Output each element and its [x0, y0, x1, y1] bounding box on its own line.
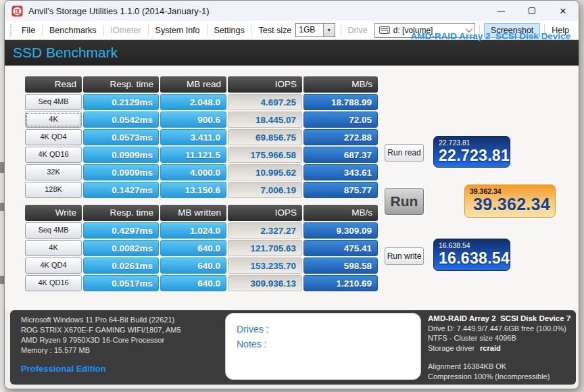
mbs-cell: 9.309.09 [303, 222, 378, 239]
mb-read-cell: 13.150.6 [160, 182, 226, 198]
spacer [428, 353, 571, 362]
write-row-label-button[interactable]: 4K QD16 [25, 275, 82, 291]
os-line: Microsoft Windows 11 Pro 64-Bit Build (2… [21, 315, 181, 325]
filesystem-line: NTFS - Cluster size 4096B [428, 333, 571, 343]
mbs-cell: 598.58 [303, 258, 378, 274]
app-window: Anvil's Storage Utilities 1.1.0 (2014-Ja… [4, 0, 579, 389]
drive-free-line: Drive D: 7.449.9/7.447.6GB free (100.0%) [428, 324, 571, 334]
resp-time-cell: 0.0909ms [83, 164, 159, 180]
total-score-value: 39.362.34 [470, 195, 550, 213]
notes-label: Notes : [237, 337, 410, 351]
menu-benchmarks[interactable]: Benchmarks [44, 24, 101, 37]
storage-driver-line: Storage driverrcraid [428, 343, 571, 353]
mb-read-cell: 2.048.0 [160, 94, 226, 110]
toolbar-grip-icon[interactable] [10, 24, 12, 36]
iops-cell: 18.445.07 [228, 112, 302, 128]
resp-time-cell: 0.2129ms [83, 94, 159, 110]
toolbar-separator [42, 24, 43, 36]
write-score-small: 16.638.54 [439, 241, 505, 249]
write-row-label-button[interactable]: Seq 4MB [25, 222, 82, 239]
run-write-button[interactable]: Run write [385, 247, 424, 265]
mbs-cell: 687.37 [303, 147, 378, 163]
iops-cell: 121.705.63 [228, 240, 302, 256]
read-row-label-button[interactable]: 32K [25, 164, 82, 180]
iops-cell: 10.995.62 [228, 164, 302, 180]
write-row-label-button[interactable]: 4K QD4 [25, 258, 82, 274]
iops-cell: 309.936.13 [228, 275, 302, 291]
benchmark-main: Read Resp. time MB read IOPS MB/s Seq 4M… [5, 66, 579, 310]
mb-read-cell: 900.6 [160, 112, 226, 128]
edition-label: Professional Edition [21, 364, 181, 374]
desktop-background: Anvil's Storage Utilities 1.1.0 (2014-Ja… [0, 0, 584, 392]
mbs-header: MB/s [303, 76, 378, 93]
mb-read-cell: 11.121.5 [160, 147, 226, 163]
test-size-label: Test size [253, 24, 296, 37]
iops-cell: 175.966.58 [228, 147, 302, 163]
iops-header: IOPS [228, 205, 302, 221]
run-read-button[interactable]: Run read [385, 144, 424, 162]
toolbar-separator [207, 24, 208, 36]
iops-cell: 4.697.25 [228, 94, 302, 110]
write-row-label-button[interactable]: 4K [25, 240, 82, 256]
toolbar-separator [251, 24, 252, 36]
drive-info: AMD-RAID Array 2 SCSI Disk Device 79 Dri… [428, 314, 571, 381]
menu-iometer: IOmeter [105, 24, 146, 37]
app-icon [11, 5, 23, 17]
write-score-value: 16.638.54 [439, 249, 505, 267]
resp-time-cell: 0.0909ms [83, 147, 159, 163]
mb-written-header: MB written [160, 205, 226, 221]
read-score-small: 22.723.81 [439, 139, 505, 147]
mbs-cell: 18.788.99 [303, 94, 378, 110]
iops-cell: 7.006.19 [228, 182, 302, 198]
drives-label: Drives : [237, 322, 410, 337]
resp-time-cell: 0.1427ms [83, 182, 159, 198]
compression-line: Compression 100% (Incompressible) [428, 372, 571, 382]
mbs-cell: 272.88 [303, 129, 378, 145]
mbs-cell: 475.41 [303, 240, 378, 256]
menu-settings[interactable]: Settings [208, 24, 249, 37]
mbs-cell: 343.61 [303, 164, 378, 180]
mb-written-cell: 640.0 [160, 258, 226, 274]
read-row-label-button[interactable]: 128K [25, 182, 82, 198]
storage-driver-value: rcraid [480, 344, 501, 352]
drive-device-title: AMD-RAID Array 2 SCSI Disk Device 79 [428, 314, 571, 324]
iops-cell: 69.856.75 [228, 129, 302, 145]
resp-time-cell: 0.0082ms [83, 240, 159, 256]
drive-label: Drive [343, 24, 372, 37]
mb-written-cell: 1.024.0 [160, 222, 226, 239]
read-row-label-button[interactable]: 4K QD4 [25, 129, 82, 145]
drive-icon [379, 26, 390, 34]
page-title: SSD Benchmark [13, 45, 410, 61]
footer-panel: Microsoft Windows 11 Pro 64-Bit Build (2… [10, 310, 576, 385]
storage-driver-label: Storage driver [428, 344, 474, 352]
motherboard-line: ROG STRIX X670E-F GAMING WIFI/1807, AM5 [21, 325, 181, 335]
mb-read-cell: 3.411.0 [160, 129, 226, 145]
chevron-down-icon[interactable]: ▼ [323, 24, 335, 36]
read-row-label-button[interactable]: Seq 4MB [25, 94, 82, 110]
notes-box[interactable]: Drives : Notes : [225, 313, 421, 380]
menu-file[interactable]: File [16, 24, 41, 37]
mb-written-cell: 640.0 [160, 275, 226, 291]
run-button[interactable]: Run [385, 188, 424, 215]
memory-line: Memory : 15.577 MB [21, 345, 181, 356]
resp-time-cell: 0.0517ms [83, 275, 159, 291]
read-row-label-button[interactable]: 4K [25, 112, 82, 128]
mb-written-cell: 640.0 [160, 240, 226, 256]
read-row-label-button[interactable]: 4K QD16 [25, 147, 82, 163]
mb-read-cell: 4.000.0 [160, 164, 226, 180]
resp-time-cell: 0.0261ms [83, 258, 159, 274]
mbs-cell: 1.210.69 [303, 275, 378, 291]
read-score-value: 22.723.81 [439, 147, 505, 164]
menu-system-info[interactable]: System Info [150, 24, 205, 37]
write-header: Write [25, 205, 82, 221]
write-score-box: 16.638.54 16.638.54 [433, 239, 510, 271]
mb-read-header: MB read [160, 76, 226, 93]
mbs-header: MB/s [303, 205, 378, 221]
read-table: Read Resp. time MB read IOPS MB/s Seq 4M… [25, 76, 378, 198]
test-size-select[interactable]: 1GB ▼ [295, 23, 335, 37]
resp-time-cell: 0.4297ms [83, 222, 159, 239]
device-name: AMD-RAID Array 2 SCSI Disk Device [410, 31, 570, 42]
mbs-cell: 72.05 [303, 112, 378, 128]
toolbar-separator [148, 24, 149, 36]
read-header: Read [25, 76, 82, 93]
